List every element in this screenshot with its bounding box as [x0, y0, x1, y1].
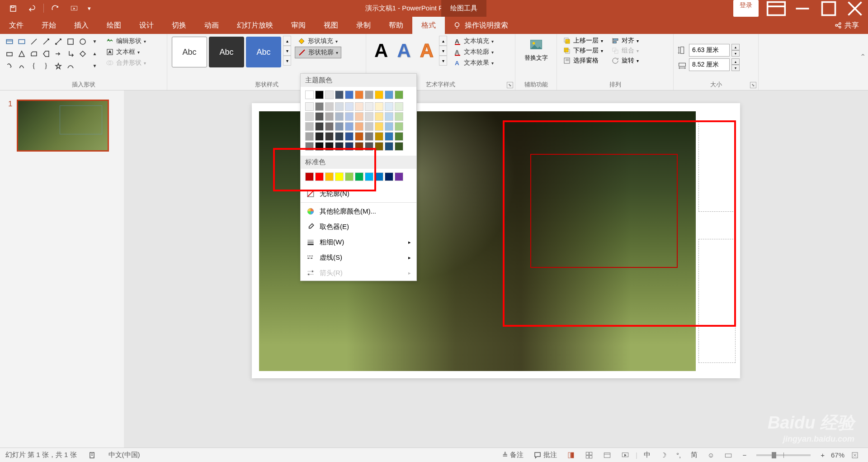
shape-outline-button[interactable]: 形状轮廓 ▾ — [295, 47, 341, 58]
shape-fill-button[interactable]: 形状填充 ▾ — [295, 36, 341, 47]
collapse-ribbon-button[interactable]: ⌃ — [858, 34, 867, 79]
color-swatch[interactable] — [335, 132, 344, 141]
color-swatch[interactable] — [395, 172, 403, 181]
selected-rectangle-shape[interactable] — [530, 154, 678, 268]
tab-record[interactable]: 录制 — [347, 17, 380, 34]
tell-me-search[interactable]: 操作说明搜索 — [445, 21, 516, 30]
color-swatch[interactable] — [325, 112, 334, 121]
redo-button[interactable] — [46, 0, 65, 17]
height-up[interactable]: ▴ — [731, 44, 740, 50]
wordart-style-3[interactable]: A — [415, 40, 438, 62]
shape-style-3[interactable]: Abc — [246, 37, 281, 67]
tab-format[interactable]: 格式 — [412, 17, 445, 34]
undo-button[interactable] — [23, 0, 42, 17]
wordart-dialog-launcher[interactable]: ⬊ — [507, 82, 513, 88]
color-swatch[interactable] — [375, 102, 383, 111]
zoom-in-button[interactable]: + — [817, 450, 828, 460]
color-swatch[interactable] — [355, 90, 363, 99]
close-button[interactable] — [842, 0, 868, 17]
color-swatch[interactable] — [355, 102, 363, 111]
color-swatch[interactable] — [315, 112, 324, 121]
color-swatch[interactable] — [305, 122, 314, 131]
color-swatch[interactable] — [395, 112, 403, 121]
color-swatch[interactable] — [365, 122, 373, 131]
weight-item[interactable]: 粗细(W)▸ — [301, 234, 416, 250]
color-swatch[interactable] — [345, 172, 354, 181]
color-swatch[interactable] — [345, 90, 354, 99]
slide-thumbnail-panel[interactable]: 1 — [0, 90, 124, 457]
color-swatch[interactable] — [305, 172, 314, 181]
color-swatch[interactable] — [395, 142, 403, 151]
tab-insert[interactable]: 插入 — [65, 17, 98, 34]
share-button[interactable]: 共享 — [826, 21, 868, 30]
width-down[interactable]: ▾ — [731, 65, 740, 71]
title-placeholder[interactable] — [698, 121, 736, 212]
color-swatch[interactable] — [335, 102, 344, 111]
color-swatch[interactable] — [345, 122, 354, 131]
reading-view-button[interactable] — [599, 450, 615, 460]
edit-shape-button[interactable]: 编辑形状 ▾ — [103, 36, 149, 47]
save-button[interactable] — [4, 0, 23, 17]
tab-file[interactable]: 文件 — [0, 17, 33, 34]
color-swatch[interactable] — [375, 90, 383, 99]
eyedropper-item[interactable]: 取色器(E) — [301, 219, 416, 234]
color-swatch[interactable] — [325, 142, 334, 151]
width-input[interactable] — [689, 58, 730, 71]
customize-qat-button[interactable]: ▾ — [84, 0, 94, 17]
color-swatch[interactable] — [305, 132, 314, 141]
color-swatch[interactable] — [325, 132, 334, 141]
color-swatch[interactable] — [325, 90, 334, 99]
wordart-style-2[interactable]: A — [392, 40, 415, 62]
fit-to-window-button[interactable] — [847, 450, 863, 460]
color-swatch[interactable] — [315, 142, 324, 151]
tab-design[interactable]: 设计 — [130, 17, 163, 34]
color-swatch[interactable] — [385, 142, 393, 151]
color-swatch[interactable] — [395, 102, 403, 111]
color-swatch[interactable] — [315, 122, 324, 131]
more-colors-item[interactable]: 其他轮廓颜色(M)... — [301, 204, 416, 219]
tab-draw[interactable]: 绘图 — [98, 17, 130, 34]
color-swatch[interactable] — [385, 102, 393, 111]
color-swatch[interactable] — [375, 112, 383, 121]
tab-review[interactable]: 审阅 — [282, 17, 315, 34]
style-gallery-up[interactable]: ▴ — [283, 36, 291, 46]
width-up[interactable]: ▴ — [731, 58, 740, 65]
minimize-button[interactable] — [789, 0, 816, 17]
content-placeholder[interactable] — [698, 239, 736, 363]
wordart-gallery-up[interactable]: ▴ — [439, 36, 447, 46]
language-indicator[interactable]: 中文(中国) — [108, 451, 140, 459]
color-swatch[interactable] — [315, 102, 324, 111]
color-swatch[interactable] — [315, 90, 324, 99]
color-swatch[interactable] — [365, 90, 373, 99]
color-swatch[interactable] — [395, 90, 403, 99]
ribbon-display-options-button[interactable] — [763, 0, 789, 17]
height-down[interactable]: ▾ — [731, 50, 740, 57]
height-input[interactable] — [689, 44, 730, 57]
spell-check-button[interactable] — [85, 450, 100, 460]
notes-button[interactable]: ≜ 备注 — [499, 450, 527, 460]
dashes-item[interactable]: 虚线(S)▸ — [301, 250, 416, 265]
ime-settings[interactable] — [721, 450, 736, 460]
color-swatch[interactable] — [345, 102, 354, 111]
ime-punc2[interactable]: °, — [673, 450, 684, 460]
slide-editing-area[interactable] — [124, 90, 868, 457]
slideshow-button[interactable] — [618, 450, 633, 460]
color-swatch[interactable] — [385, 172, 393, 181]
normal-view-button[interactable] — [563, 450, 579, 460]
color-swatch[interactable] — [325, 122, 334, 131]
color-swatch[interactable] — [365, 102, 373, 111]
slide-sorter-button[interactable] — [581, 450, 597, 460]
color-swatch[interactable] — [305, 112, 314, 121]
color-swatch[interactable] — [365, 132, 373, 141]
color-swatch[interactable] — [335, 142, 344, 151]
color-swatch[interactable] — [385, 132, 393, 141]
slide-thumbnail-1[interactable]: 1 — [0, 95, 124, 156]
tab-home[interactable]: 开始 — [33, 17, 65, 34]
comments-button[interactable]: 批注 — [530, 450, 561, 460]
style-gallery-down[interactable]: ▾ — [283, 46, 291, 56]
color-swatch[interactable] — [345, 132, 354, 141]
color-swatch[interactable] — [325, 102, 334, 111]
color-swatch[interactable] — [355, 172, 363, 181]
alt-text-button[interactable]: 替换文字 — [521, 36, 552, 64]
wordart-gallery-down[interactable]: ▾ — [439, 46, 447, 56]
